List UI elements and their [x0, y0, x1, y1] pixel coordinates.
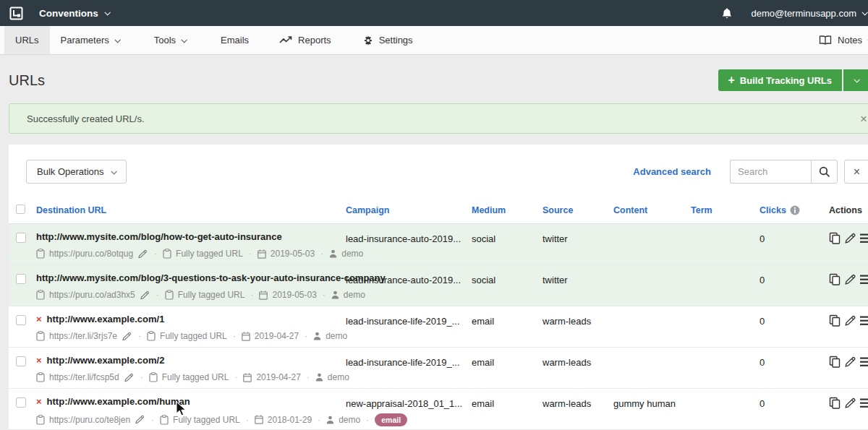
edit-action-button[interactable] — [844, 356, 856, 368]
tab-reports[interactable]: Reports — [268, 26, 342, 54]
terminus-logo-icon[interactable] — [9, 7, 23, 20]
clear-search-button[interactable]: × — [844, 160, 868, 184]
column-header-term[interactable]: Term — [691, 199, 760, 224]
column-header-campaign[interactable]: Campaign — [346, 199, 472, 224]
duplicate-action-button[interactable] — [829, 314, 841, 327]
edit-short-url-icon[interactable] — [140, 291, 150, 300]
copy-icon[interactable] — [829, 232, 841, 244]
copy-tagged-url-icon[interactable] — [147, 331, 156, 341]
column-header-actions[interactable]: Actions — [829, 199, 868, 224]
copy-tagged-url-icon[interactable] — [160, 415, 169, 425]
edit-short-url-icon[interactable] — [135, 415, 145, 424]
edit-action-button[interactable] — [844, 397, 856, 409]
source-cell: twitter — [542, 224, 613, 265]
copy-tagged-url-icon[interactable] — [165, 290, 174, 300]
column-header-destination[interactable]: Destination URL — [36, 199, 346, 224]
copy-short-url-icon[interactable] — [36, 372, 45, 382]
bulk-operations-label: Bulk Operations — [37, 166, 104, 177]
row-checkbox[interactable] — [16, 274, 26, 284]
pencil-icon[interactable] — [844, 274, 856, 285]
user-icon — [326, 416, 334, 424]
search-button[interactable] — [811, 160, 838, 184]
column-header-source[interactable]: Source — [542, 199, 613, 224]
menu-icon[interactable] — [860, 397, 868, 409]
info-icon[interactable] — [790, 205, 800, 215]
notes-menu[interactable]: Notes — [808, 26, 868, 54]
copy-short-url-icon[interactable] — [36, 331, 45, 341]
copy-short-url-icon[interactable] — [36, 415, 45, 425]
account-menu[interactable]: demo@terminusapp.com — [752, 8, 868, 19]
row-checkbox[interactable] — [16, 315, 26, 325]
duplicate-action-button[interactable] — [829, 397, 841, 409]
destination-url-link[interactable]: ×http://www.example.com/2 — [36, 355, 346, 366]
short-url-link[interactable]: https://puru.co/8otqug — [49, 249, 133, 259]
tab-settings-label: Settings — [379, 35, 413, 46]
menu-icon[interactable] — [860, 233, 868, 244]
tab-emails[interactable]: Emails — [210, 26, 260, 54]
destination-url-link[interactable]: ×http://www.example.com/human — [36, 396, 346, 407]
edit-short-url-icon[interactable] — [122, 332, 132, 341]
row-checkbox[interactable] — [16, 356, 26, 366]
creator-name: demo — [326, 331, 347, 341]
row-actions — [829, 232, 868, 244]
short-url-link[interactable]: https://puru.co/ad3hx5 — [49, 290, 135, 300]
select-all-checkbox[interactable] — [16, 205, 25, 214]
row-actions — [829, 356, 868, 368]
conventions-menu[interactable]: Conventions — [39, 8, 109, 19]
tab-tools[interactable]: Tools — [143, 26, 197, 54]
destination-url-link[interactable]: http://www.mysite.com/blog/how-to-get-au… — [36, 231, 346, 242]
copy-icon[interactable] — [829, 273, 841, 285]
build-tracking-urls-button[interactable]: + Build Tracking URLs — [718, 69, 842, 91]
copy-short-url-icon[interactable] — [36, 290, 45, 300]
edit-short-url-icon[interactable] — [124, 373, 135, 382]
pencil-icon[interactable] — [844, 315, 856, 327]
copy-icon[interactable] — [829, 397, 841, 409]
destination-url-link[interactable]: ×http://www.example.com/1 — [36, 314, 346, 324]
notifications-bell-icon[interactable] — [721, 7, 733, 20]
menu-icon[interactable] — [860, 315, 868, 327]
column-header-medium[interactable]: Medium — [472, 199, 542, 224]
pencil-icon[interactable] — [844, 356, 856, 368]
more-actions-menu-button[interactable] — [860, 356, 868, 368]
more-actions-menu-button[interactable] — [860, 233, 868, 244]
tab-urls[interactable]: URLs — [4, 26, 50, 54]
column-header-content[interactable]: Content — [613, 199, 691, 224]
copy-short-url-icon[interactable] — [36, 249, 45, 259]
build-tracking-urls-dropdown-button[interactable] — [843, 69, 868, 91]
copy-tagged-url-icon[interactable] — [163, 249, 171, 259]
top-app-bar: Conventions demo@terminusapp.com — [0, 0, 868, 26]
duplicate-action-button[interactable] — [829, 232, 841, 244]
column-header-term-label: Term — [691, 205, 712, 215]
copy-tagged-url-icon[interactable] — [149, 372, 158, 382]
pencil-icon[interactable] — [844, 233, 856, 244]
short-url-link[interactable]: https://puru.co/te8jen — [49, 415, 130, 425]
row-checkbox[interactable] — [16, 233, 26, 243]
edit-action-button[interactable] — [844, 233, 856, 244]
bulk-operations-button[interactable]: Bulk Operations — [26, 160, 127, 184]
destination-url-link[interactable]: http://www.mysite.com/blog/3-questions-t… — [36, 272, 346, 283]
more-actions-menu-button[interactable] — [860, 315, 868, 327]
meta-separator: · — [139, 372, 145, 382]
copy-icon[interactable] — [829, 356, 841, 368]
more-actions-menu-button[interactable] — [860, 397, 868, 409]
search-input[interactable] — [730, 160, 811, 184]
edit-action-button[interactable] — [844, 315, 856, 327]
tab-parameters[interactable]: Parameters — [50, 26, 130, 54]
alert-close-icon[interactable]: × — [860, 113, 867, 125]
duplicate-action-button[interactable] — [829, 356, 841, 368]
row-checkbox[interactable] — [16, 397, 26, 408]
copy-icon[interactable] — [829, 314, 841, 327]
edit-action-button[interactable] — [844, 274, 856, 285]
short-url-link[interactable]: https://ter.li/3rjs7e — [49, 331, 117, 341]
tab-settings[interactable]: Settings — [352, 26, 424, 54]
duplicate-action-button[interactable] — [829, 273, 841, 285]
advanced-search-link[interactable]: Advanced search — [633, 166, 711, 177]
column-header-clicks[interactable]: Clicks — [760, 199, 829, 224]
menu-icon[interactable] — [860, 274, 868, 285]
short-url-link[interactable]: https://ter.li/fcsp5d — [49, 372, 119, 382]
menu-icon[interactable] — [860, 356, 868, 368]
deleted-x-icon: × — [36, 314, 42, 324]
more-actions-menu-button[interactable] — [860, 274, 868, 285]
edit-short-url-icon[interactable] — [137, 249, 148, 259]
pencil-icon[interactable] — [844, 397, 856, 409]
